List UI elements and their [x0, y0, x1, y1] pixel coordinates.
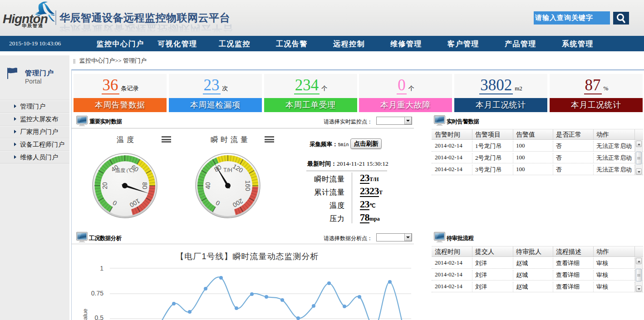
- svg-text:T/H: T/H: [223, 167, 232, 173]
- svg-text:160: 160: [244, 180, 251, 191]
- svg-text:40: 40: [204, 182, 211, 189]
- svg-text:80: 80: [141, 182, 148, 189]
- svg-text:温度 (℃): 温度 (℃): [115, 167, 135, 173]
- svg-text:20: 20: [101, 182, 108, 189]
